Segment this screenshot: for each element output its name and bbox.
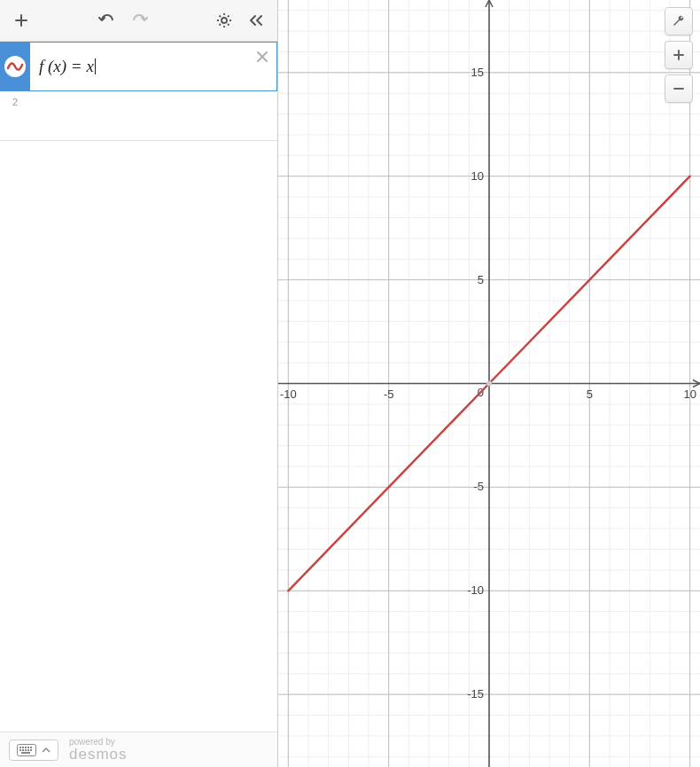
- graph-settings-button[interactable]: [665, 7, 693, 35]
- collapse-sidebar-button[interactable]: [242, 6, 270, 35]
- svg-rect-17: [25, 749, 27, 751]
- svg-rect-15: [19, 749, 21, 751]
- keyboard-toggle-button[interactable]: [9, 740, 58, 761]
- zoom-in-button[interactable]: [665, 41, 693, 69]
- svg-text:-5: -5: [473, 480, 484, 493]
- sidebar-footer: powered by desmos: [0, 732, 277, 767]
- expression-list: f (x) = x 2: [0, 42, 277, 732]
- delete-expression-button[interactable]: [253, 47, 272, 67]
- svg-text:10: 10: [683, 387, 696, 401]
- expression-index-label: 2: [12, 97, 18, 107]
- undo-button[interactable]: [93, 6, 121, 35]
- svg-line-7: [220, 24, 222, 26]
- svg-rect-16: [22, 749, 24, 751]
- svg-point-0: [222, 18, 227, 23]
- expression-row[interactable]: f (x) = x: [0, 42, 277, 91]
- graph-controls: [665, 7, 693, 103]
- svg-text:-10: -10: [280, 387, 297, 401]
- expression-toolbar: [0, 0, 277, 42]
- expression-row-empty[interactable]: 2: [0, 91, 277, 141]
- expression-input-empty[interactable]: [30, 91, 277, 140]
- svg-rect-10: [19, 747, 21, 748]
- expression-input[interactable]: f (x) = x: [30, 42, 277, 90]
- svg-line-6: [228, 24, 229, 26]
- redo-icon: [130, 13, 148, 27]
- svg-text:15: 15: [471, 66, 484, 79]
- chevron-up-icon: [42, 747, 51, 754]
- wrench-icon: [672, 14, 686, 28]
- chevron-double-left-icon: [248, 13, 264, 27]
- svg-rect-13: [27, 747, 29, 748]
- graph-canvas[interactable]: -10-5510-15-10-5510150: [278, 0, 700, 767]
- sidebar: f (x) = x 2 powered by desmos: [0, 0, 278, 767]
- svg-text:5: 5: [478, 273, 484, 286]
- svg-rect-14: [30, 747, 32, 748]
- svg-text:-15: -15: [467, 687, 484, 700]
- expression-index: 2: [0, 91, 30, 140]
- svg-rect-12: [25, 747, 27, 748]
- svg-text:-10: -10: [467, 583, 484, 597]
- app-root: f (x) = x 2 powered by desmos: [0, 0, 700, 767]
- svg-rect-18: [27, 749, 29, 751]
- close-icon: [256, 51, 268, 63]
- settings-button[interactable]: [210, 6, 238, 35]
- keyboard-icon: [17, 744, 36, 756]
- svg-line-5: [220, 16, 222, 18]
- gear-icon: [216, 12, 232, 28]
- svg-rect-20: [21, 752, 30, 754]
- powered-by: powered by desmos: [69, 738, 128, 762]
- plus-icon: [673, 49, 685, 61]
- brand-label: desmos: [69, 747, 128, 762]
- svg-rect-19: [30, 749, 32, 751]
- add-expression-button[interactable]: [7, 6, 35, 35]
- redo-button[interactable]: [125, 6, 153, 35]
- svg-rect-11: [22, 747, 24, 748]
- svg-text:10: 10: [471, 169, 484, 183]
- wave-icon: [6, 58, 24, 75]
- svg-point-104: [486, 381, 492, 387]
- plus-icon: [14, 13, 28, 27]
- zoom-out-button[interactable]: [665, 74, 693, 103]
- expression-formula: f (x) = x: [39, 57, 94, 76]
- minus-icon: [673, 82, 685, 95]
- svg-text:-5: -5: [384, 387, 394, 401]
- graph-area[interactable]: -10-5510-15-10-5510150: [278, 0, 700, 767]
- expression-color-badge[interactable]: [0, 42, 30, 90]
- svg-line-8: [228, 16, 229, 18]
- text-cursor: [95, 59, 96, 74]
- undo-icon: [98, 13, 116, 27]
- svg-text:5: 5: [587, 387, 593, 401]
